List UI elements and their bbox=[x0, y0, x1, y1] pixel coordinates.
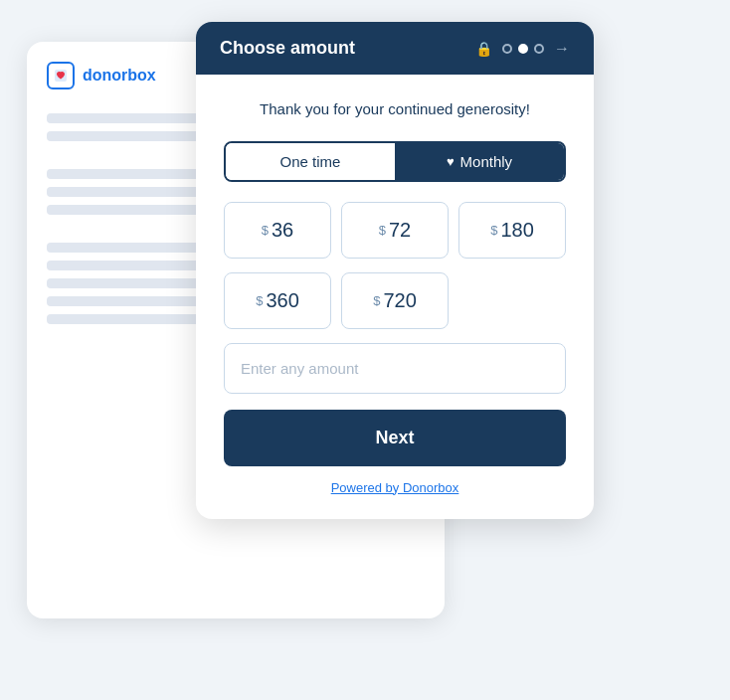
amount-button-180[interactable]: $ 180 bbox=[458, 202, 566, 259]
powered-by-link[interactable]: Powered by Donorbox bbox=[331, 480, 459, 495]
header-right: 🔒 → bbox=[475, 40, 570, 58]
step-indicators bbox=[502, 44, 544, 54]
amount-grid-row2: $ 360 $ 720 bbox=[224, 272, 566, 329]
amount-button-72[interactable]: $ 72 bbox=[341, 202, 449, 259]
monthly-label: Monthly bbox=[460, 153, 513, 170]
currency-symbol: $ bbox=[262, 224, 269, 237]
amount-button-360[interactable]: $ 360 bbox=[224, 272, 331, 329]
amount-value-180: 180 bbox=[500, 219, 533, 242]
donorbox-logo-text: donorbox bbox=[83, 67, 156, 85]
frequency-toggle[interactable]: One time ♥ Monthly bbox=[224, 141, 566, 182]
currency-symbol: $ bbox=[256, 294, 263, 307]
heart-icon: ♥ bbox=[447, 154, 455, 169]
step-dot-3 bbox=[534, 44, 544, 54]
step-dot-1 bbox=[502, 44, 512, 54]
amount-value-72: 72 bbox=[389, 219, 411, 242]
lock-icon: 🔒 bbox=[475, 41, 492, 57]
sidebar-line bbox=[47, 296, 217, 306]
monthly-button[interactable]: ♥ Monthly bbox=[395, 143, 564, 180]
powered-by: Powered by Donorbox bbox=[224, 480, 566, 495]
thank-you-message: Thank you for your continued generosity! bbox=[224, 98, 566, 121]
one-time-button[interactable]: One time bbox=[226, 143, 395, 180]
amount-button-36[interactable]: $ 36 bbox=[224, 202, 331, 259]
amount-button-720[interactable]: $ 720 bbox=[341, 272, 449, 329]
widget-header: Choose amount 🔒 → bbox=[196, 22, 594, 75]
amount-value-360: 360 bbox=[266, 289, 298, 312]
step-dot-2 bbox=[518, 44, 528, 54]
currency-symbol: $ bbox=[379, 224, 386, 237]
custom-amount-input[interactable] bbox=[224, 343, 566, 394]
donorbox-logo-icon bbox=[47, 62, 75, 89]
next-button[interactable]: Next bbox=[224, 410, 566, 466]
donation-widget: Choose amount 🔒 → Thank you for your con… bbox=[196, 22, 594, 519]
currency-symbol: $ bbox=[373, 294, 380, 307]
currency-symbol: $ bbox=[490, 224, 497, 237]
amount-value-36: 36 bbox=[272, 219, 293, 242]
amount-value-720: 720 bbox=[383, 289, 416, 312]
widget-body: Thank you for your continued generosity!… bbox=[196, 75, 594, 519]
page-title: Choose amount bbox=[220, 38, 355, 59]
amount-grid-row1: $ 36 $ 72 $ 180 bbox=[224, 202, 566, 259]
step-arrow-icon: → bbox=[554, 40, 570, 58]
